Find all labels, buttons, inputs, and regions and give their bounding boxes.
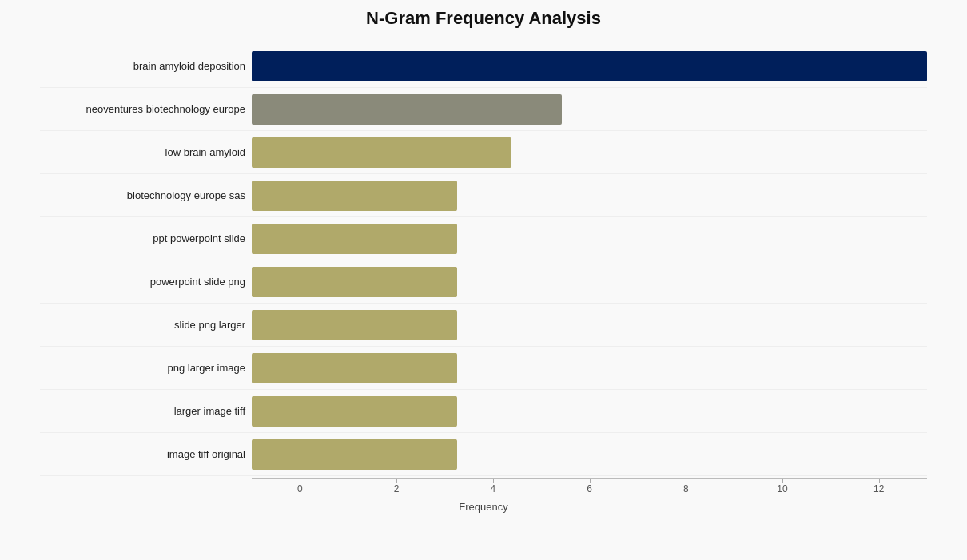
bar-fill [252, 181, 457, 211]
bar-row: powerpoint slide png [40, 260, 927, 304]
bar-label: powerpoint slide png [40, 276, 252, 288]
bar-row: low brain amyloid [40, 131, 927, 174]
bar-fill [252, 310, 457, 340]
bar-fill [252, 267, 457, 297]
x-tick: 0 [252, 483, 348, 494]
bar-row: biotechnology europe sas [40, 174, 927, 217]
x-tick: 2 [348, 483, 445, 494]
bar-row: image tiff original [40, 433, 927, 476]
bar-fill [252, 353, 457, 383]
bar-row: slide png larger [40, 304, 927, 347]
bar-fill [252, 137, 511, 168]
x-tick: 6 [541, 483, 638, 494]
bar-track [252, 439, 927, 470]
bar-label: biotechnology europe sas [40, 189, 252, 201]
bar-label: png larger image [40, 362, 252, 374]
bar-fill [252, 51, 927, 81]
x-tick: 12 [830, 483, 927, 494]
x-tick: 8 [638, 483, 734, 494]
x-axis: 024681012 [252, 483, 927, 494]
chart-container: brain amyloid depositionneoventures biot… [24, 37, 943, 560]
bar-track [252, 353, 927, 383]
bar-row: larger image tiff [40, 390, 927, 433]
bar-label: ppt powerpoint slide [40, 232, 252, 244]
bar-label: slide png larger [40, 319, 252, 331]
bar-label: low brain amyloid [40, 146, 252, 158]
x-tick: 10 [734, 483, 831, 494]
bar-track [252, 224, 927, 254]
bar-label: image tiff original [40, 448, 252, 460]
bar-track [252, 396, 927, 427]
bar-track [252, 267, 927, 297]
bar-fill [252, 224, 457, 254]
bar-label: brain amyloid deposition [40, 60, 252, 72]
bar-track [252, 181, 927, 211]
bar-fill [252, 396, 457, 427]
x-tick: 4 [444, 483, 541, 494]
bar-label: neoventures biotechnology europe [40, 103, 252, 115]
bar-fill [252, 439, 457, 470]
bar-row: brain amyloid deposition [40, 45, 927, 88]
bar-label: larger image tiff [40, 405, 252, 417]
bars-area: brain amyloid depositionneoventures biot… [40, 45, 927, 476]
chart-title: N-Gram Frequency Analysis [366, 8, 601, 29]
bar-track [252, 137, 927, 168]
bar-track [252, 310, 927, 340]
bar-row: png larger image [40, 347, 927, 390]
bar-row: neoventures biotechnology europe [40, 88, 927, 131]
bar-fill [252, 94, 562, 125]
bar-track [252, 94, 927, 125]
x-axis-label: Frequency [40, 501, 927, 513]
bar-row: ppt powerpoint slide [40, 217, 927, 260]
bar-track [252, 51, 927, 81]
